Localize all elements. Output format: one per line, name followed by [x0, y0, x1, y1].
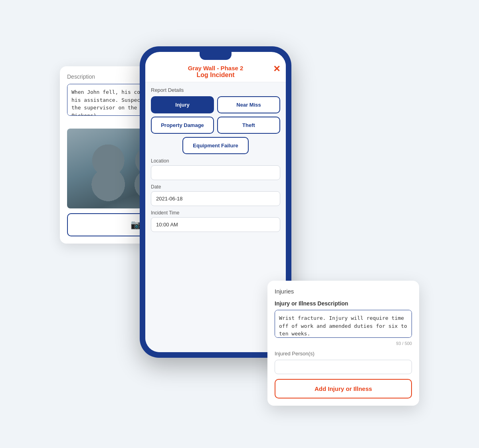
type-injury-button[interactable]: Injury	[151, 96, 214, 113]
report-section-label: Report Details	[151, 87, 280, 93]
type-theft-button[interactable]: Theft	[217, 117, 280, 134]
time-field: Incident Time	[151, 210, 280, 232]
date-input[interactable]	[151, 191, 280, 206]
injured-persons-label: Injured Person(s)	[275, 351, 412, 357]
incident-type-row-3: Equipment Failure	[151, 137, 280, 154]
injuries-card: Injuries Injury or Illness Description W…	[267, 281, 419, 406]
close-button[interactable]: ✕	[273, 64, 280, 74]
location-label: Location	[151, 158, 280, 164]
phone-screen-title: Log Incident	[152, 71, 279, 79]
type-property-damage-button[interactable]: Property Damage	[151, 117, 214, 134]
injury-description-textarea[interactable]: Wrist fracture. Injury will require time…	[275, 310, 412, 338]
injuries-title: Injuries	[275, 288, 412, 295]
incident-type-row-2: Property Damage Theft	[151, 117, 280, 134]
injury-desc-label: Injury or Illness Description	[275, 300, 412, 307]
type-near-miss-button[interactable]: Near Miss	[217, 96, 280, 113]
injury-char-count: 93 / 500	[275, 341, 412, 346]
time-input[interactable]	[151, 217, 280, 232]
location-field: Location	[151, 158, 280, 180]
phone-header: Gray Wall - Phase 2 Log Incident ✕	[145, 60, 286, 82]
phone-notch	[200, 52, 232, 60]
injured-persons-box[interactable]	[275, 360, 412, 374]
phone-body: Report Details Injury Near Miss Property…	[145, 82, 286, 352]
add-injury-button[interactable]: Add Injury or Illness	[275, 379, 412, 398]
type-equipment-failure-button[interactable]: Equipment Failure	[182, 137, 248, 154]
location-input[interactable]	[151, 165, 280, 180]
date-label: Date	[151, 184, 280, 190]
incident-type-row-1: Injury Near Miss	[151, 96, 280, 113]
date-field: Date	[151, 184, 280, 206]
time-label: Incident Time	[151, 210, 280, 216]
phone-project-title: Gray Wall - Phase 2	[152, 65, 279, 71]
